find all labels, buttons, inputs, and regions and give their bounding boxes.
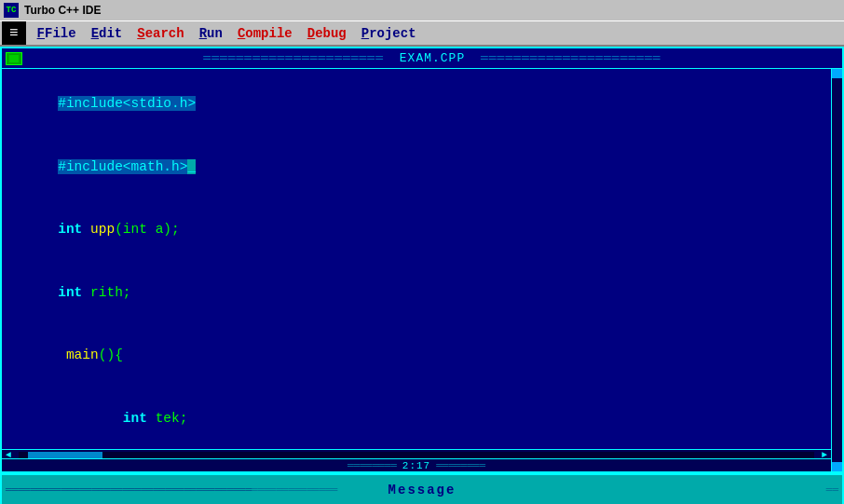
message-bar: ════════════════════════════════════════… (0, 473, 844, 504)
status-bar: ════════ 2:17 ════════ (2, 458, 831, 471)
menu-hamburger[interactable]: ≡ (2, 21, 26, 45)
scroll-down-arrow[interactable] (832, 462, 842, 471)
menu-run[interactable]: Run (192, 21, 230, 45)
code-line-1: #include<stdio.h> (9, 73, 824, 135)
code-area[interactable]: #include<stdio.h> #include<math.h>_ int … (2, 69, 831, 443)
tab-indicator-inner (9, 55, 19, 62)
menu-bar: ≡ FFile Edit Search Run Compile Debug Pr… (0, 20, 844, 47)
editor-container: ══════════════════════ EXAM.CPP ════════… (0, 47, 844, 473)
code-line-2: #include<math.h>_ (9, 135, 824, 198)
message-label: Message (388, 483, 456, 497)
file-tab: ══════════════════════ EXAM.CPP ════════… (2, 48, 842, 69)
app-icon: TC (4, 3, 19, 18)
code-line-3: int upp(int a); (9, 198, 824, 261)
cursor-position: 2:17 (397, 460, 436, 471)
vertical-scrollbar[interactable] (831, 69, 842, 471)
code-line-5: main(){ (9, 324, 824, 387)
title-bar-text: Turbo C++ IDE (24, 4, 101, 17)
menu-project[interactable]: Project (354, 21, 424, 45)
code-line-4: int rith; (9, 261, 824, 323)
menu-search[interactable]: Search (129, 21, 191, 45)
scroll-up-arrow[interactable] (832, 69, 842, 78)
code-line-6: int tek; (9, 387, 824, 443)
menu-compile[interactable]: Compile (230, 21, 300, 45)
file-name: ══════════════════════ EXAM.CPP ════════… (22, 51, 842, 65)
title-bar: TC Turbo C++ IDE (0, 0, 844, 20)
file-name-text: EXAM.CPP (392, 51, 472, 65)
menu-debug[interactable]: Debug (300, 21, 354, 45)
menu-file[interactable]: FFile (30, 21, 84, 45)
menu-edit[interactable]: Edit (84, 21, 130, 45)
tab-active-indicator (6, 52, 22, 65)
